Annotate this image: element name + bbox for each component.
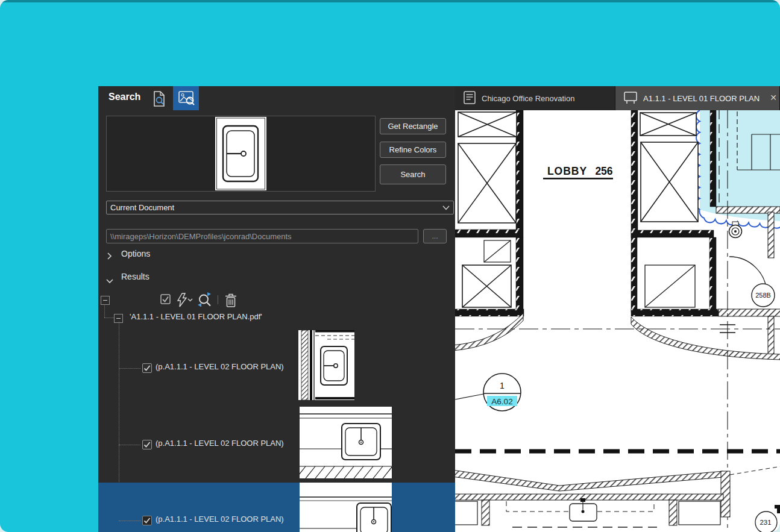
lightning-action-icon[interactable] [175,293,193,310]
document-viewer: Chicago Office Renovation A1.1.1 - LEVEL… [455,86,780,532]
screenshot-frame: Search [0,0,780,532]
result-checkbox[interactable] [142,516,152,525]
search-image-preview [106,116,376,192]
tree-connector [104,304,105,318]
close-icon[interactable]: ✕ [770,93,777,102]
result-row-2[interactable]: (p.A1.1.1 - LEVEL 02 FLOOR PLAN) [98,407,455,483]
tab-level-01-floor-plan[interactable]: A1.1.1 - LEVEL 01 FLOOR PLAN ✕ [615,86,780,110]
search-scope-value: Current Document [110,203,174,212]
result-thumbnail-sink [298,330,354,400]
visual-search-icon-button[interactable] [173,86,199,110]
floor-fixture-symbol [729,222,742,238]
get-rectangle-button[interactable]: Get Rectangle [380,118,446,134]
result-label: (p.A1.1.1 - LEVEL 02 FLOOR PLAN) [156,515,284,524]
zoom-to-result-icon[interactable] [197,292,213,310]
svg-text:1: 1 [500,381,505,390]
browse-button[interactable]: ... [423,229,447,243]
query-image-sink-symbol [215,117,266,190]
select-all-checkbox[interactable] [160,294,171,307]
floor-plan-drawing[interactable]: LOBBY 256 258B 1 A6.02 [455,110,780,532]
chevron-right-icon[interactable] [107,251,113,262]
tab-label: Chicago Office Renovation [482,94,574,103]
result-row-1[interactable]: (p.A1.1.1 - LEVEL 02 FLOOR PLAN) [98,330,455,406]
refine-colors-button[interactable]: Refine Colors [380,142,446,158]
svg-text:258B: 258B [755,292,771,299]
document-report-icon [464,91,476,106]
result-row-3-selected[interactable]: (p.A1.1.1 - LEVEL 02 FLOOR PLAN) [98,483,455,532]
document-search-icon [153,90,167,109]
options-section-toggle[interactable]: Options [121,249,150,258]
tree-connector [119,368,140,369]
result-checkbox[interactable] [142,363,152,373]
chevron-down-icon[interactable] [106,276,113,287]
result-thumbnail-sink [300,483,392,532]
result-thumbnail-sink [300,407,392,478]
drawing-board-icon [624,91,637,106]
image-search-icon [178,90,195,107]
search-panel: Search [98,86,455,532]
room-label-lobby: LOBBY 256 [543,165,613,180]
result-label: (p.A1.1.1 - LEVEL 02 FLOOR PLAN) [156,439,284,448]
collapse-all-toggle[interactable] [101,296,110,305]
svg-text:LOBBY: LOBBY [547,165,587,177]
svg-text:A6.02: A6.02 [491,397,512,406]
result-file-label[interactable]: 'A1.1.1 - LEVEL 01 FLOOR PLAN.pdf' [130,312,262,321]
trash-icon[interactable] [225,293,237,310]
frame-top-shade [0,0,780,2]
text-search-icon-button[interactable] [149,89,170,110]
tab-chicago-office-renovation[interactable]: Chicago Office Renovation [455,86,615,110]
panel-title: Search [109,92,140,102]
svg-text:231: 231 [760,519,771,526]
reception-desk [455,466,780,527]
tab-label: A1.1.1 - LEVEL 01 FLOOR PLAN [643,94,760,103]
tree-connector [104,318,114,318]
folder-path-input[interactable]: \\mirageps\Horizon\DEMProfiles\jconrad\D… [106,229,418,243]
tree-connector [119,521,140,521]
search-scope-dropdown[interactable]: Current Document [106,201,454,214]
search-button[interactable]: Search [380,164,446,184]
column-x-boxes [458,112,698,307]
folder-path-value: \\mirageps\Horizon\DEMProfiles\jconrad\D… [110,232,292,241]
tree-connector [119,445,140,445]
door-tag-258B: 258B [729,257,775,307]
room-tag-231: 231 [755,505,780,532]
svg-text:256: 256 [595,165,612,177]
result-label: (p.A1.1.1 - LEVEL 02 FLOOR PLAN) [156,362,284,371]
chevron-down-icon [442,203,450,212]
tab-bar: Chicago Office Renovation A1.1.1 - LEVEL… [455,86,780,110]
results-section-toggle[interactable]: Results [121,272,149,281]
result-checkbox[interactable] [142,440,152,449]
toolbar-divider [218,295,218,304]
detail-callout-A6.02[interactable]: 1 A6.02 [455,374,521,411]
